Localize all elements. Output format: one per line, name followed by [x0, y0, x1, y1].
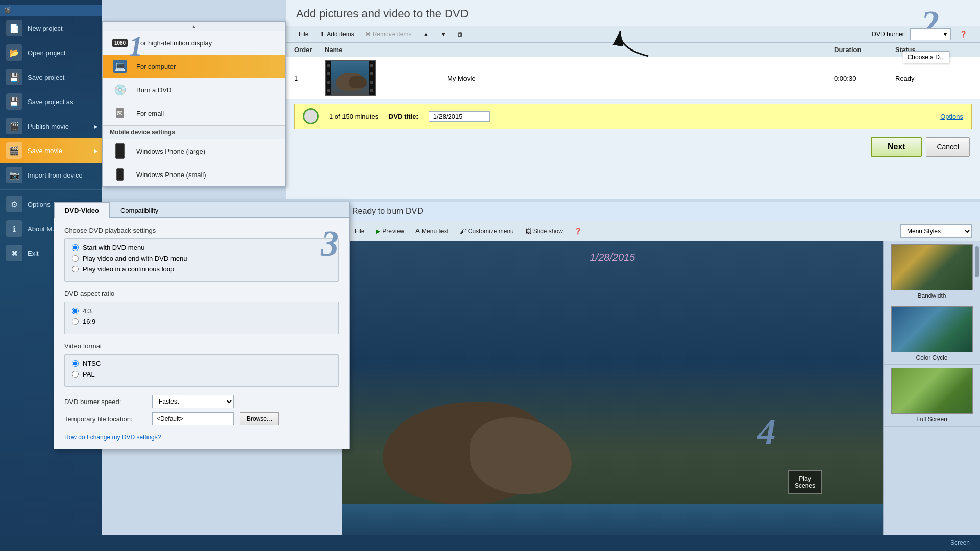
progress-circle	[303, 108, 319, 124]
sidebar-item-import-from-device[interactable]: 📷 Import from device	[0, 163, 102, 187]
dropdown-wp-large[interactable]: Windows Phone (large)	[103, 139, 285, 163]
video-format-box: NTSC PAL	[64, 354, 339, 387]
dropdown-burn-dvd[interactable]: 💿 Burn a DVD	[103, 78, 285, 102]
browse-button[interactable]: Browse...	[240, 412, 279, 425]
radio-play-end-menu-label: Play video and end with DVD menu	[83, 255, 187, 262]
scrollbar-thumb[interactable]	[975, 246, 979, 277]
dropdown-hd-display[interactable]: 1080 For high-definition display	[103, 31, 285, 55]
playback-options-box: Start with DVD menu Play video and end w…	[64, 238, 339, 282]
dropdown-wp-small[interactable]: Windows Phone (small)	[103, 163, 285, 186]
sidebar-title-bar: 🎬	[0, 5, 102, 16]
customize-menu-button[interactable]: 🖌 Customize menu	[455, 225, 519, 237]
save-movie-arrow: ▶	[94, 148, 98, 154]
dvd-help-button-2[interactable]: ❓	[570, 225, 586, 237]
dvd-title-label: DVD title:	[388, 113, 419, 120]
sidebar-item-save-movie[interactable]: 🎬 Save movie ▶	[0, 138, 102, 163]
move-down-button[interactable]: ▼	[435, 28, 451, 40]
sidebar-item-label: New project	[28, 24, 63, 32]
sidebar-item-save-project[interactable]: 💾 Save project	[0, 65, 102, 89]
film-strip-right	[369, 61, 375, 95]
dvd-status-bar: 1 of 150 minutes DVD title: 1/28/2015 Op…	[294, 104, 972, 129]
options-link[interactable]: Options	[940, 113, 963, 120]
temp-file-input[interactable]	[152, 412, 234, 425]
sidebar-item-label: Publish movie	[28, 122, 69, 130]
sidebar-item-label: Open project	[28, 49, 65, 57]
row-duration: 0:00:30	[834, 74, 895, 82]
menu-style-full-screen[interactable]: Full Screen	[884, 365, 980, 427]
cancel-button[interactable]: Cancel	[926, 137, 970, 157]
radio-start-dvd-menu-input[interactable]	[72, 244, 79, 251]
ready-label: Ready to burn DVD	[352, 207, 423, 215]
sidebar-item-open-project[interactable]: 📂 Open project	[0, 40, 102, 65]
toolbar-strip: File ⬆ Add items ✖ Remove items ▲ ▼ 🗑	[286, 26, 980, 43]
dvd-preview: 1/28/2015 PlayScenes	[342, 241, 883, 545]
status-screen: Screen	[950, 539, 970, 546]
burner-speed-select[interactable]: Fastest	[152, 395, 234, 408]
sidebar-item-publish-movie[interactable]: 🎬 Publish movie ▶	[0, 114, 102, 138]
next-button[interactable]: Next	[871, 137, 922, 157]
move-up-button[interactable]: ▲	[418, 28, 433, 40]
radio-pal: PAL	[72, 370, 331, 378]
dvd-content-area: 1/28/2015 PlayScenes Bandwidth Color Cyc…	[342, 241, 980, 545]
dvd-help-button[interactable]: ❓	[955, 28, 972, 40]
choose-dvd-tooltip: Choose a D...	[903, 51, 949, 63]
play-scenes-button[interactable]: PlayScenes	[788, 470, 822, 494]
dvd-background	[342, 241, 883, 545]
dropdown-for-email[interactable]: ✉ For email	[103, 102, 285, 125]
down-arrow-icon: ▼	[440, 31, 446, 38]
radio-pal-input[interactable]	[72, 371, 79, 378]
sidebar-item-new-project[interactable]: 📄 New project	[0, 16, 102, 40]
slideshow-icon: 🖼	[525, 228, 531, 235]
sidebar-item-label: Save movie	[28, 147, 62, 155]
action-buttons: Next Cancel	[286, 133, 980, 161]
radio-ntsc-input[interactable]	[72, 360, 79, 367]
menu-style-bandwidth[interactable]: Bandwidth	[884, 241, 980, 303]
menu-style-color-cycle[interactable]: Color Cycle	[884, 303, 980, 365]
aspect-title: DVD aspect ratio	[64, 290, 339, 297]
sidebar-item-label: Save project as	[28, 98, 74, 106]
import-icon: 📷	[6, 167, 22, 183]
radio-continuous-loop: Play video in a continuous loop	[72, 265, 331, 273]
radio-pal-label: PAL	[83, 370, 95, 378]
menu-styles-select[interactable]: Menu Styles	[900, 224, 972, 238]
radio-play-end-menu: Play video and end with DVD menu	[72, 255, 331, 262]
tab-dvd-video[interactable]: DVD-Video	[54, 202, 110, 218]
dvd-burner-dropdown[interactable]: ▼	[910, 28, 951, 40]
dvd-burner-label: DVD burner:	[872, 31, 906, 38]
burner-speed-row: DVD burner speed: Fastest	[64, 395, 339, 408]
radio-169: 16:9	[72, 318, 331, 325]
dialog-tabs: DVD-Video Compatibility	[54, 202, 349, 218]
radio-169-input[interactable]	[72, 318, 79, 325]
sidebar-item-label: Save project	[28, 73, 64, 81]
radio-continuous-loop-input[interactable]	[72, 266, 79, 272]
radio-169-label: 16:9	[83, 318, 95, 325]
save-project-icon: 💾	[6, 69, 22, 85]
menu-text-button[interactable]: A Menu text	[411, 225, 453, 237]
playback-settings: Choose DVD playback settings Start with …	[64, 227, 339, 282]
delete-button[interactable]: 🗑	[453, 28, 468, 40]
dvd-title-input[interactable]: 1/28/2015	[429, 111, 490, 122]
customize-icon: 🖌	[460, 228, 466, 235]
dvd-file-button[interactable]: File	[350, 225, 369, 237]
row-order: 1	[294, 74, 325, 82]
dropdown-scroll-up[interactable]: ▲	[103, 22, 285, 31]
dvd-help-link[interactable]: How do I change my DVD settings?	[64, 434, 161, 441]
delete-icon: 🗑	[457, 31, 463, 38]
wp-large-icon	[110, 143, 130, 159]
radio-43-input[interactable]	[72, 308, 79, 314]
burn-dvd-panel: Ready to burn DVD 4 File ▶ Preview A Men…	[342, 202, 980, 551]
computer-icon: 💻	[110, 59, 130, 74]
slide-show-button[interactable]: 🖼 Slide show	[521, 225, 568, 237]
preview-button[interactable]: ▶ Preview	[371, 225, 409, 237]
file-button[interactable]: File	[294, 28, 313, 40]
publish-movie-arrow: ▶	[94, 123, 98, 129]
fullscreen-label: Full Screen	[887, 416, 977, 423]
tab-compatibility[interactable]: Compatibility	[110, 202, 169, 218]
remove-items-button[interactable]: ✖ Remove items	[361, 28, 416, 40]
sidebar-item-save-project-as[interactable]: 💾 Save project as	[0, 89, 102, 114]
dropdown-item-label: Windows Phone (small)	[136, 171, 206, 179]
dropdown-for-computer[interactable]: 💻 For computer	[103, 55, 285, 78]
radio-play-end-menu-input[interactable]	[72, 255, 79, 262]
add-items-button[interactable]: ⬆ Add items	[315, 28, 358, 40]
add-items-icon: ⬆	[320, 31, 325, 38]
